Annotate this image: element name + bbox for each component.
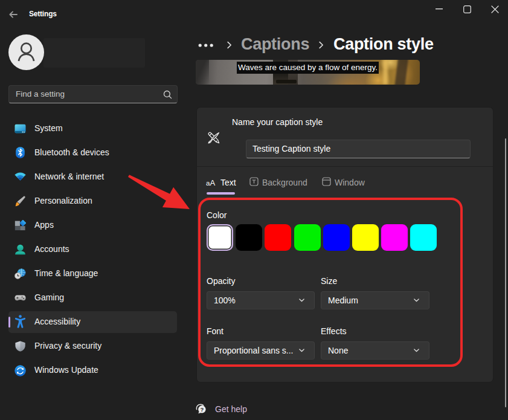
svg-text:?: ? [200, 406, 204, 413]
